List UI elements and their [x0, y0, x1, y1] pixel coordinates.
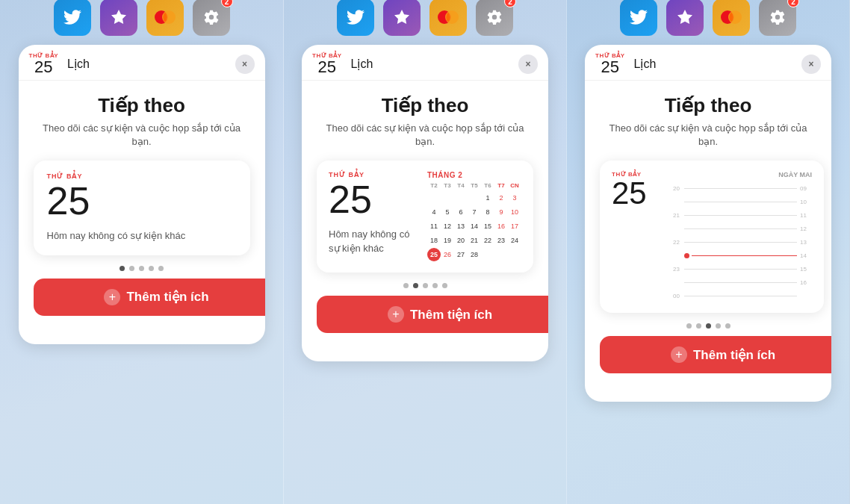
cal-cell-25: 25 [427, 248, 441, 261]
widget-top-bar-1: THỨ BẢY 25 Lịch × [19, 45, 265, 81]
twitter-app-icon[interactable] [54, 0, 91, 36]
cal-cell-23: 23 [494, 234, 508, 247]
dot-1-4[interactable] [149, 266, 154, 271]
sched-row-blank1: 10 [663, 195, 812, 208]
dot-1-2[interactable] [129, 266, 134, 271]
sched-row-23: 23 15 [663, 262, 812, 276]
cal-cell-11: 11 [427, 220, 441, 233]
twitter-icon-wrap [54, 0, 91, 36]
dot-3-1[interactable] [686, 323, 692, 329]
cal-cell-6: 6 [454, 205, 468, 219]
sched-time-00: 00 [663, 293, 680, 299]
widget-card-3: THỨ BẢY 25 Lịch × Tiếp theo Theo dõi các… [585, 45, 831, 402]
add-btn-2[interactable]: + Thêm tiện ích [317, 296, 548, 333]
dot-1-1[interactable] [120, 266, 125, 271]
cal-cell-5: 5 [441, 205, 454, 219]
cal-cell-empty-6 [494, 248, 508, 261]
cal-h-t3: T3 [441, 182, 454, 189]
cal-cell-empty-7 [508, 248, 521, 261]
widget-date-mini-1: THỨ BẢY 25 [29, 52, 59, 75]
widget-title-3: Lịch [634, 57, 657, 71]
plus-circle-icon-3: + [671, 346, 687, 363]
widget-content-2: Tiếp theo Theo dõi các sự kiện và cuộc h… [302, 81, 548, 361]
cal-cell-1: 1 [481, 191, 494, 205]
heading-title-1: Tiếp theo [34, 94, 250, 117]
cal-cell-18: 18 [427, 234, 441, 247]
twitter-app-icon-3[interactable] [620, 0, 657, 36]
star-app-icon[interactable] [100, 0, 137, 36]
sched-row-blank2: 12 [663, 222, 812, 235]
sched-left-3: THỨ BẢY 25 [612, 171, 653, 302]
cal-cell-21: 21 [468, 234, 481, 247]
cal-cell-16: 16 [494, 220, 508, 233]
dot-2-2[interactable] [413, 283, 418, 288]
cal-row-2: 4 5 6 7 8 9 10 [427, 205, 521, 219]
widget-content-1: Tiếp theo Theo dõi các sự kiện và cuộc h… [19, 81, 265, 344]
cal-cell-28: 28 [468, 248, 481, 261]
cal-h-t5: T5 [468, 182, 481, 189]
mastercard-icon-wrap-3 [713, 0, 750, 36]
sched-row-21: 21 11 [663, 208, 812, 222]
dot-2-3[interactable] [423, 283, 428, 288]
widget-close-btn-1[interactable]: × [235, 55, 255, 74]
sched-date-large-3: 25 [612, 178, 653, 209]
mastercard-app-icon-3[interactable] [713, 0, 750, 36]
sched-row-blank3: 16 [663, 276, 812, 289]
pw-month-label-2: THÁNG 2 [427, 171, 521, 179]
add-btn-label-3: Thêm tiện ích [693, 347, 775, 363]
twitter-app-icon-2[interactable] [337, 0, 374, 36]
cal-cell-empty-2 [441, 191, 454, 205]
star-app-icon-2[interactable] [383, 0, 421, 36]
dot-3-4[interactable] [716, 323, 721, 329]
widget-top-bar-3: THỨ BẢY 25 Lịch × [585, 45, 831, 81]
widget-close-btn-2[interactable]: × [518, 55, 538, 74]
cal-cell-empty-1 [427, 191, 441, 205]
cal-cell-7: 7 [468, 205, 481, 219]
heading-section-3: Tiếp theo Theo dõi các sự kiện và cuộc h… [600, 94, 816, 149]
add-btn-label-1: Thêm tiện ích [126, 289, 208, 305]
add-btn-3[interactable]: + Thêm tiện ích [600, 336, 831, 373]
settings-icon-wrap-2: 2 [476, 0, 513, 36]
settings-icon-wrap-3: 2 [759, 0, 796, 36]
add-btn-label-2: Thêm tiện ích [410, 307, 492, 323]
cal-row-3: 11 12 13 14 15 16 17 [427, 220, 521, 233]
dot-3-5[interactable] [725, 323, 730, 329]
heading-title-2: Tiếp theo [317, 94, 533, 117]
dot-1-3[interactable] [139, 266, 144, 271]
widget-content-3: Tiếp theo Theo dõi các sự kiện và cuộc h… [585, 81, 831, 402]
cal-h-t2: T2 [427, 182, 441, 189]
preview-widget-schedule-3: THỨ BẢY 25 NGÀY MAI 20 09 [600, 161, 824, 313]
add-btn-1[interactable]: + Thêm tiện ích [34, 279, 265, 316]
cal-cell-15: 15 [481, 220, 494, 233]
widget-date-mini-3: THỨ BẢY 25 [595, 52, 625, 75]
mastercard-app-icon[interactable] [146, 0, 184, 36]
dot-2-5[interactable] [442, 283, 447, 288]
widget-card-1: THỨ BẢY 25 Lịch × Tiếp theo Theo dõi các… [19, 45, 265, 344]
cal-cell-14: 14 [468, 220, 481, 233]
star-app-icon-3[interactable] [666, 0, 704, 36]
dot-1-5[interactable] [158, 266, 164, 271]
pw-no-event-1: Hôm nay không có sự kiện khác [47, 229, 237, 243]
dot-2-1[interactable] [403, 283, 409, 288]
heading-title-3: Tiếp theo [600, 94, 816, 117]
cal-cell-22: 22 [481, 234, 494, 247]
dot-2-4[interactable] [432, 283, 438, 288]
dot-3-2[interactable] [696, 323, 701, 329]
panel-3: 2 THỨ BẢY 25 Lịch × Tiếp theo Theo dõi c… [566, 0, 849, 504]
widget-close-btn-3[interactable]: × [801, 55, 821, 74]
cal-header-row-2: T2 T3 T4 T5 T6 T7 CN [427, 182, 521, 189]
plus-circle-icon-1: + [104, 289, 120, 305]
sched-now-dot [684, 253, 689, 258]
dots-row-2 [317, 283, 533, 288]
dots-row-3 [600, 323, 816, 329]
star-icon-wrap-3 [666, 0, 704, 36]
pw-right-2: THÁNG 2 T2 T3 T4 T5 T6 T7 CN [427, 171, 521, 262]
cal-cell-8: 8 [481, 205, 494, 219]
widget-date-mini-2: THỨ BẢY 25 [312, 52, 342, 75]
mastercard-icon-wrap [146, 0, 184, 36]
dot-3-3[interactable] [706, 323, 711, 329]
mastercard-app-icon-2[interactable] [429, 0, 467, 36]
widget-card-2: THỨ BẢY 25 Lịch × Tiếp theo Theo dõi các… [302, 45, 548, 361]
heading-subtitle-1: Theo dõi các sự kiện và cuộc họp sắp tới… [34, 122, 250, 149]
widget-title-1: Lịch [67, 57, 90, 71]
